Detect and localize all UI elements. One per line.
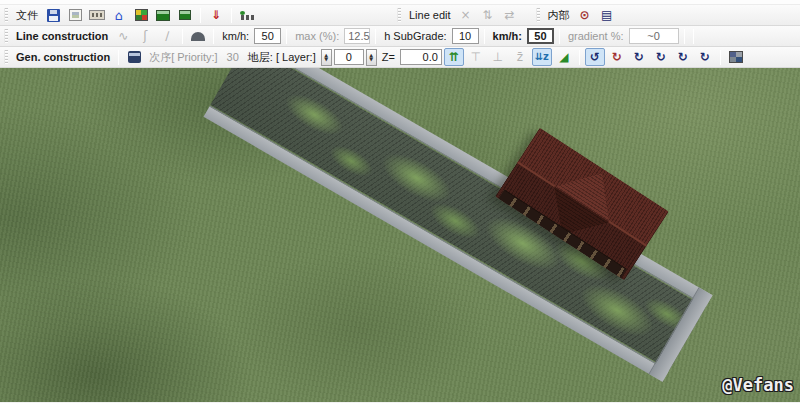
toolbar-grip[interactable] <box>4 29 8 43</box>
app-window: 文件 ⌂ ⇓ Line edit × ⇅ ⇄ 内部 ⊙ ▤ Line const… <box>0 0 800 403</box>
separator <box>693 29 694 44</box>
separator <box>579 50 580 65</box>
terrain-raise-icon[interactable]: ⇈ <box>444 48 464 66</box>
priority-label: 次序[ Priority:] <box>146 50 220 65</box>
layer-spinner-right[interactable]: ▲▼ <box>366 49 377 66</box>
export-down-icon[interactable]: ⇓ <box>206 6 226 24</box>
document-icon[interactable]: ▤ <box>597 6 617 24</box>
edit-swap-horizontal-icon[interactable]: ⇄ <box>500 6 520 24</box>
edit-swap-vertical-icon[interactable]: ⇅ <box>478 6 498 24</box>
gradient-label: gradient %: <box>565 30 627 42</box>
curve-tool-icon[interactable]: ∿ <box>113 27 133 45</box>
terrain-house-icon[interactable]: ⌂ <box>109 6 129 24</box>
slope-ramp-icon[interactable]: ◢ <box>554 48 574 66</box>
separator <box>213 29 214 44</box>
rotate-view-icon-4[interactable]: ↻ <box>651 48 671 66</box>
separator <box>118 50 119 65</box>
layer-label: 地层: [ Layer:] <box>245 50 319 65</box>
subgrade-label: h SubGrade: <box>381 30 449 42</box>
screen-view-icon-2[interactable] <box>175 6 195 24</box>
rotate-view-icon-5[interactable]: ↻ <box>673 48 693 66</box>
separator <box>720 50 721 65</box>
tiles-icon[interactable] <box>131 6 151 24</box>
speed-label-1: km/h: <box>219 30 252 42</box>
flatten-bottom-icon[interactable]: ⊥ <box>488 48 508 66</box>
separator <box>231 8 232 23</box>
separator <box>200 8 201 23</box>
tunnel-mountain-icon[interactable] <box>188 27 208 45</box>
z-label: Z= <box>379 51 398 63</box>
line-construction-label: Line construction <box>13 30 111 42</box>
file-menu-label[interactable]: 文件 <box>13 8 41 23</box>
z-input[interactable]: 0.0 <box>400 49 442 65</box>
z-down-icon[interactable]: ⇊z <box>532 48 552 66</box>
speed-input-2[interactable]: 50 <box>527 28 554 44</box>
speed-input-1[interactable]: 50 <box>254 28 281 44</box>
z-level-icon[interactable]: z̄ <box>510 48 530 66</box>
separator <box>375 29 376 44</box>
toolbar-grip[interactable] <box>397 8 401 22</box>
layer-spinner-left[interactable]: ▲▼ <box>321 49 332 66</box>
toolbar-grip[interactable] <box>4 8 8 22</box>
priority-value: 30 <box>223 51 243 63</box>
toolbar-line-construction: Line construction ∿ ʃ ∕ km/h: 50 max (%)… <box>0 26 800 47</box>
edit-cut-icon[interactable]: × <box>456 6 476 24</box>
rotate-view-icon-6[interactable]: ↻ <box>695 48 715 66</box>
toolbar-grip[interactable] <box>536 8 540 22</box>
speed-label-2: km/h: <box>490 30 525 42</box>
layer-input[interactable]: 0 <box>334 49 364 65</box>
gen-construction-label: Gen. construction <box>13 51 113 63</box>
separator <box>559 29 560 44</box>
toolbar-file: 文件 ⌂ ⇓ Line edit × ⇅ ⇄ 内部 ⊙ ▤ <box>0 5 800 26</box>
rotate-view-icon-3[interactable]: ↻ <box>629 48 649 66</box>
rotate-view-icon-2[interactable]: ↻ <box>607 48 627 66</box>
gradient-value[interactable]: ~0 <box>629 28 679 44</box>
toolbar-gen-construction: Gen. construction 次序[ Priority:] 30 地层: … <box>0 47 800 68</box>
max-gradient-value[interactable]: 12.5 <box>344 28 370 44</box>
image-icon[interactable] <box>65 6 85 24</box>
separator <box>484 29 485 44</box>
screen-view-icon-1[interactable] <box>153 6 173 24</box>
subgrade-input[interactable]: 10 <box>452 28 479 44</box>
separator <box>286 29 287 44</box>
multi-window-icon[interactable] <box>726 48 746 66</box>
straight-tool-icon[interactable]: ∕ <box>157 27 177 45</box>
viewport-3d[interactable]: @Vefans <box>0 68 800 402</box>
max-gradient-label: max (%): <box>292 30 342 42</box>
internal-group-label: 内部 <box>545 8 573 23</box>
rotate-view-icon-1[interactable]: ↺ <box>585 48 605 66</box>
toolbar-grip[interactable] <box>4 50 8 64</box>
separator <box>182 29 183 44</box>
save-icon[interactable] <box>43 6 63 24</box>
separator <box>684 29 685 44</box>
route-list-icon[interactable] <box>237 6 257 24</box>
flatten-top-icon[interactable]: ⊤ <box>466 48 486 66</box>
construction-mode-icon[interactable] <box>124 48 144 66</box>
film-strip-icon[interactable] <box>87 6 107 24</box>
transition-tool-icon[interactable]: ʃ <box>135 27 155 45</box>
line-edit-group-label: Line edit <box>406 9 454 21</box>
watermark: @Vefans <box>722 375 794 395</box>
gauge-icon[interactable]: ⊙ <box>575 6 595 24</box>
